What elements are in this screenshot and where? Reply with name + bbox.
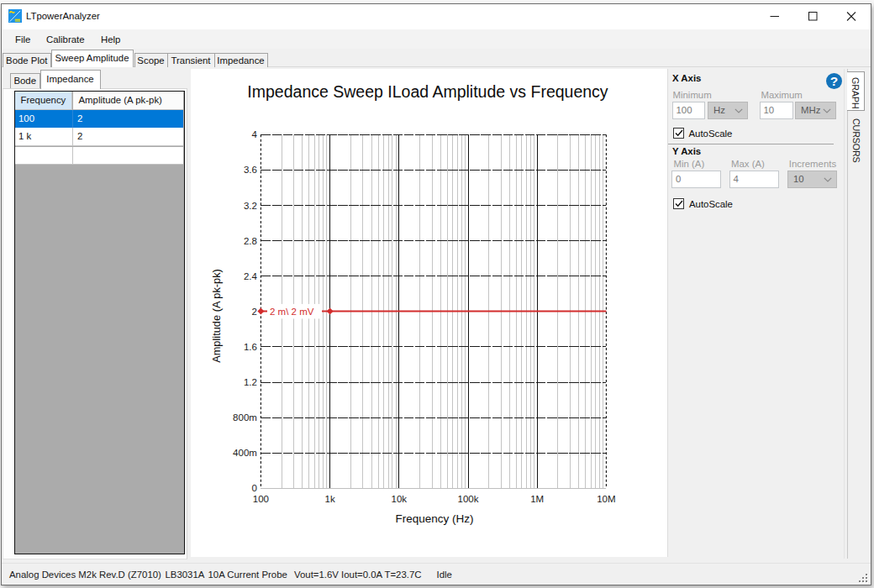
svg-text:1k: 1k bbox=[325, 494, 335, 504]
svg-text:0: 0 bbox=[251, 483, 256, 493]
svg-text:10k: 10k bbox=[392, 494, 408, 504]
svg-text:800m: 800m bbox=[233, 412, 257, 423]
svg-text:1.2: 1.2 bbox=[244, 377, 257, 387]
svg-text:400m: 400m bbox=[233, 448, 257, 458]
svg-text:2 m\ 2 mV: 2 m\ 2 mV bbox=[270, 307, 314, 317]
svg-text:Frequency (Hz): Frequency (Hz) bbox=[395, 512, 473, 525]
svg-text:2: 2 bbox=[251, 307, 256, 317]
svg-text:1.6: 1.6 bbox=[244, 342, 257, 352]
svg-text:4: 4 bbox=[251, 129, 257, 139]
svg-text:1M: 1M bbox=[530, 494, 544, 504]
svg-text:2.8: 2.8 bbox=[244, 236, 257, 246]
svg-text:10M: 10M bbox=[597, 494, 615, 504]
svg-text:Impedance Sweep ILoad Amplitud: Impedance Sweep ILoad Amplitude vs Frequ… bbox=[247, 82, 608, 101]
svg-text:100k: 100k bbox=[458, 494, 479, 504]
svg-text:Amplitude (A pk-pk): Amplitude (A pk-pk) bbox=[210, 269, 223, 363]
svg-text:2.4: 2.4 bbox=[244, 271, 258, 281]
svg-text:100: 100 bbox=[253, 494, 269, 504]
svg-text:3.6: 3.6 bbox=[244, 165, 257, 175]
svg-text:3.2: 3.2 bbox=[244, 201, 257, 211]
